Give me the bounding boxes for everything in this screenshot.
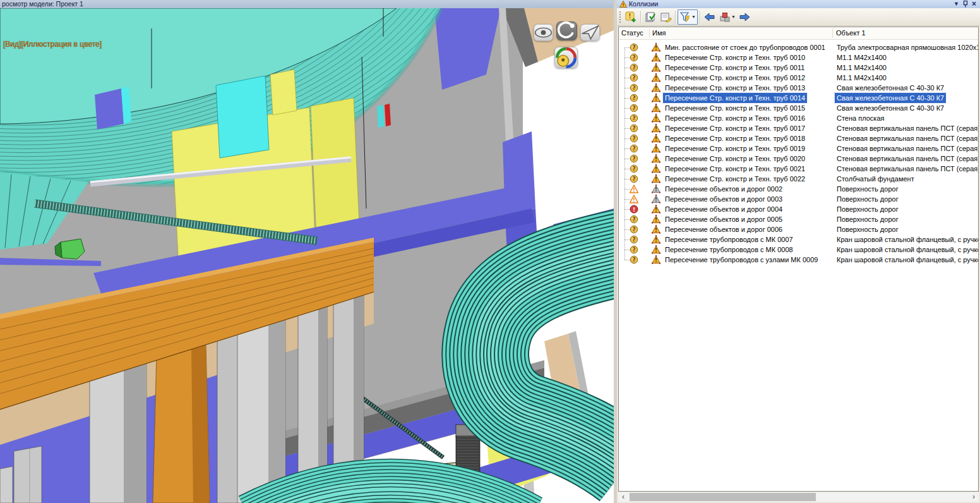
collision-name[interactable]: Пересечение Стр. констр и Техн. труб 001… bbox=[663, 63, 806, 73]
collision-row[interactable]: !!Пересечение объектов и дорог 0002Повер… bbox=[619, 184, 978, 194]
svg-text:!: ! bbox=[655, 65, 657, 71]
collision-name[interactable]: Пересечение объектов и дорог 0002 bbox=[663, 184, 784, 194]
collision-name[interactable]: Пересечение Стр. констр и Техн. труб 001… bbox=[663, 73, 807, 83]
collision-name[interactable]: Мин. расстояние от стоек до трубопроводо… bbox=[663, 42, 827, 52]
collision-object1[interactable]: Кран шаровой стальной фланцевый, с ручко… bbox=[835, 255, 979, 265]
collision-object1[interactable]: М1.1 М42x1400 bbox=[835, 52, 888, 63]
collision-row[interactable]: !!Пересечение объектов и дорог 0004Повер… bbox=[619, 204, 978, 214]
collision-object1[interactable]: Кран шаровой стальной фланцевый, с ручко… bbox=[835, 245, 979, 255]
collision-name[interactable]: Пересечение Стр. констр и Техн. труб 001… bbox=[663, 93, 807, 103]
toolbar-grip[interactable] bbox=[619, 11, 621, 23]
filter-button[interactable]: ▼ bbox=[678, 9, 698, 25]
collision-row[interactable]: ?!Пересечение Стр. констр и Техн. труб 0… bbox=[619, 133, 978, 143]
collision-row[interactable]: ?!Пересечение Стр. констр и Техн. труб 0… bbox=[619, 63, 978, 73]
collision-name[interactable]: Пересечение трубопроводов с МК 0007 bbox=[663, 234, 795, 245]
collision-name[interactable]: Пересечение объектов и дорог 0006 bbox=[663, 224, 784, 234]
collision-object1[interactable]: М1.1 М42x1400 bbox=[835, 63, 888, 73]
collision-warning-icon: ! bbox=[652, 195, 660, 203]
collision-name[interactable]: Пересечение Стр. констр и Техн. труб 002… bbox=[663, 174, 807, 184]
collision-row[interactable]: ?!Пересечение трубопроводов с МК 0007Кра… bbox=[619, 234, 978, 245]
panel-menu-button[interactable]: ▼ bbox=[953, 0, 959, 8]
svg-text:!: ! bbox=[655, 217, 657, 223]
collision-name[interactable]: Пересечение Стр. констр и Техн. труб 001… bbox=[663, 143, 807, 154]
bottom-duct[interactable] bbox=[253, 489, 528, 503]
collision-name[interactable]: Пересечение Стр. констр и Техн. труб 001… bbox=[663, 133, 807, 143]
collision-object1[interactable]: Труба электросварная прямошовная 1020x1 bbox=[835, 42, 979, 52]
collision-row[interactable]: ?!Пересечение Стр. констр и Техн. труб 0… bbox=[619, 164, 978, 174]
collision-row[interactable]: ?!Пересечение трубопроводов с МК 0008Кра… bbox=[619, 245, 978, 255]
collision-row[interactable]: ?!Пересечение Стр. констр и Техн. труб 0… bbox=[619, 93, 978, 103]
collision-name[interactable]: Пересечение Стр. констр и Техн. труб 002… bbox=[663, 164, 807, 174]
collision-row[interactable]: ?!Пересечение объектов и дорог 0005Повер… bbox=[619, 214, 978, 224]
collision-object1[interactable]: Стена плоская bbox=[835, 113, 886, 123]
horizontal-scrollbar[interactable]: ‹ › bbox=[618, 492, 979, 502]
collision-name[interactable]: Пересечение Стр. констр и Техн. труб 001… bbox=[663, 123, 807, 133]
collision-row[interactable]: !!Пересечение объектов и дорог 0003Повер… bbox=[619, 194, 978, 204]
isolate-dropdown-arrow[interactable]: ▼ bbox=[731, 15, 736, 19]
view-modes-button[interactable] bbox=[554, 47, 578, 68]
isolate-objects-button[interactable]: ▼ bbox=[717, 10, 738, 24]
collision-row[interactable]: ?!Мин. расстояние от стоек до трубопрово… bbox=[619, 42, 978, 52]
fly-button[interactable] bbox=[580, 24, 600, 41]
run-check-button[interactable] bbox=[643, 10, 658, 24]
status-icon: ? bbox=[630, 104, 638, 112]
collision-row[interactable]: ?!Пересечение Стр. констр и Техн. труб 0… bbox=[619, 154, 978, 164]
add-check-button[interactable]: ! bbox=[623, 10, 638, 24]
collision-row[interactable]: ?!Пересечение Стр. констр и Техн. труб 0… bbox=[619, 52, 978, 63]
model-window-titlebar[interactable]: росмотр модели: Проект 1 bbox=[0, 0, 614, 8]
collision-row[interactable]: ?!Пересечение Стр. констр и Техн. труб 0… bbox=[619, 143, 978, 154]
collision-name[interactable]: Пересечение объектов и дорог 0005 bbox=[663, 214, 784, 224]
svg-text:?: ? bbox=[633, 105, 636, 111]
collision-object1[interactable]: Стеновая вертикальная панель ПСТ (серая) bbox=[835, 143, 979, 154]
pin-icon[interactable] bbox=[963, 1, 968, 8]
collision-warning-icon: ! bbox=[652, 94, 660, 102]
collision-name[interactable]: Пересечение объектов и дорог 0004 bbox=[663, 204, 784, 214]
close-icon[interactable]: × bbox=[972, 0, 976, 8]
collision-object1[interactable]: Кран шаровой стальной фланцевый, с ручко… bbox=[835, 234, 979, 245]
collision-object1[interactable]: Поверхность дорог bbox=[835, 204, 900, 214]
collision-object1[interactable]: Стеновая вертикальная панель ПСТ (серая) bbox=[835, 123, 979, 133]
svg-text:!: ! bbox=[655, 197, 657, 203]
collision-object1[interactable]: Стеновая вертикальная панель ПСТ (серая) bbox=[835, 154, 979, 164]
collision-list[interactable]: Статус Имя Объект 1 ?!Мин. расстояние от… bbox=[618, 27, 979, 492]
collision-object1[interactable]: Стеновая вертикальная панель ПСТ (серая) bbox=[835, 133, 979, 143]
collision-object1[interactable]: Свая железобетонная С 40-30 К7 bbox=[835, 83, 946, 93]
collision-object1[interactable]: М1.1 М42x1400 bbox=[835, 73, 888, 83]
collision-object1[interactable]: Столбчатый фундамент bbox=[835, 174, 916, 184]
collision-name[interactable]: Пересечение Стр. констр и Техн. труб 001… bbox=[663, 103, 807, 113]
collision-object1[interactable]: Поверхность дорог bbox=[835, 214, 900, 224]
scrollbar-thumb[interactable] bbox=[630, 493, 816, 501]
collision-name[interactable]: Пересечение трубопроводов с МК 0008 bbox=[663, 245, 795, 255]
collision-object1[interactable]: Свая железобетонная С 40-30 К7 bbox=[835, 103, 946, 113]
collision-warning-icon: ! bbox=[652, 134, 660, 143]
filter-dropdown-arrow[interactable]: ▼ bbox=[691, 15, 696, 19]
scroll-right-arrow[interactable]: › bbox=[969, 492, 979, 502]
collision-name[interactable]: Пересечение Стр. констр и Техн. труб 001… bbox=[663, 52, 807, 63]
collision-row[interactable]: ?!Пересечение Стр. констр и Техн. труб 0… bbox=[619, 113, 978, 123]
collision-name[interactable]: Пересечение трубопроводов с узлами МК 00… bbox=[663, 255, 820, 265]
3d-viewport[interactable]: [Вид][Иллюстрация в цвете] bbox=[0, 8, 614, 503]
collision-row[interactable]: ?!Пересечение Стр. констр и Техн. труб 0… bbox=[619, 123, 978, 133]
collision-name[interactable]: Пересечение объектов и дорог 0003 bbox=[663, 194, 784, 204]
collision-object1[interactable]: Свая железобетонная С 40-30 К7 bbox=[835, 93, 946, 103]
scrollbar-track[interactable] bbox=[628, 492, 969, 502]
previous-button[interactable] bbox=[702, 10, 717, 24]
collision-row[interactable]: ?!Пересечение Стр. констр и Техн. труб 0… bbox=[619, 73, 978, 83]
collision-object1[interactable]: Поверхность дорог bbox=[835, 194, 900, 204]
properties-button[interactable] bbox=[658, 10, 673, 24]
next-button[interactable] bbox=[738, 10, 753, 24]
visibility-button[interactable] bbox=[534, 24, 553, 41]
collision-name[interactable]: Пересечение Стр. констр и Техн. труб 001… bbox=[663, 83, 807, 93]
collision-name[interactable]: Пересечение Стр. констр и Техн. труб 001… bbox=[663, 113, 807, 123]
collisions-panel-titlebar[interactable]: ! Коллизии ▼ × bbox=[617, 0, 980, 8]
collision-row[interactable]: ?!Пересечение Стр. констр и Техн. труб 0… bbox=[619, 174, 978, 184]
collision-row[interactable]: ?!Пересечение Стр. констр и Техн. труб 0… bbox=[619, 83, 978, 93]
scroll-left-arrow[interactable]: ‹ bbox=[618, 492, 628, 502]
collision-object1[interactable]: Стеновая вертикальная панель ПСТ (серая) bbox=[835, 164, 979, 174]
collision-row[interactable]: ?!Пересечение Стр. констр и Техн. труб 0… bbox=[619, 103, 978, 113]
collision-row[interactable]: ?!Пересечение трубопроводов с узлами МК … bbox=[619, 255, 978, 265]
collision-object1[interactable]: Поверхность дорог bbox=[835, 184, 900, 194]
collision-row[interactable]: ?!Пересечение объектов и дорог 0006Повер… bbox=[619, 224, 978, 234]
collision-name[interactable]: Пересечение Стр. констр и Техн. труб 002… bbox=[663, 154, 807, 164]
collision-object1[interactable]: Поверхность дорог bbox=[835, 224, 900, 234]
